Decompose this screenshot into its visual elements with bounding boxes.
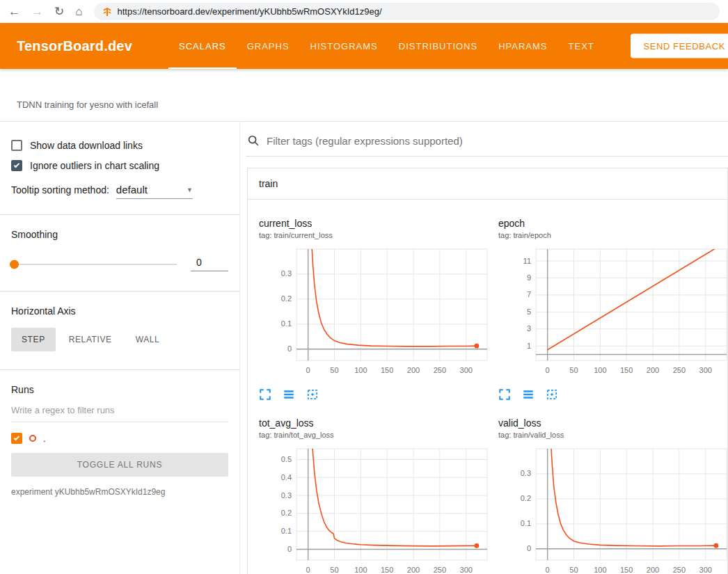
toggle-all-runs-button[interactable]: TOGGLE ALL RUNS xyxy=(11,453,228,477)
check-icon xyxy=(14,162,19,168)
forward-icon[interactable]: → xyxy=(31,6,43,17)
ignore-outliers-checkbox[interactable] xyxy=(11,160,22,171)
svg-text:300: 300 xyxy=(460,366,473,374)
svg-text:0: 0 xyxy=(306,366,310,374)
check-icon xyxy=(14,435,19,440)
fit-domain-icon[interactable] xyxy=(546,388,558,401)
search-icon xyxy=(247,134,260,147)
svg-text:0.2: 0.2 xyxy=(521,494,531,502)
chart-tot-avg-loss[interactable]: 05010015020025030000.10.20.30.40.5 xyxy=(259,445,493,574)
main-panel: train current_loss tag: train/current_lo… xyxy=(240,122,728,574)
tensorboard-favicon xyxy=(102,7,112,17)
svg-text:0.2: 0.2 xyxy=(281,509,292,517)
smoothing-section: Smoothing 0 xyxy=(0,215,239,292)
svg-text:0.1: 0.1 xyxy=(281,527,292,535)
svg-text:200: 200 xyxy=(647,366,659,374)
address-bar[interactable]: https://tensorboard.dev/experiment/yKUbh… xyxy=(94,3,720,20)
train-section-card: train current_loss tag: train/current_lo… xyxy=(247,168,728,574)
svg-text:0.3: 0.3 xyxy=(281,491,292,500)
runs-table-icon[interactable] xyxy=(283,388,295,401)
smoothing-value-input[interactable]: 0 xyxy=(191,257,228,271)
axis-relative-button[interactable]: RELATIVE xyxy=(58,328,122,351)
chart-card-valid-loss: valid_loss tag: train/valid_loss 0501001… xyxy=(498,417,728,574)
chart-valid-loss[interactable]: 05010015020025030000.10.20.3 xyxy=(498,445,728,574)
runs-table-icon[interactable] xyxy=(522,388,535,401)
run-color-swatch xyxy=(29,435,36,442)
svg-text:150: 150 xyxy=(381,566,393,574)
experiment-id-text: experiment yKUbhb5wRmOSXYkId1z9eg xyxy=(11,487,228,497)
axis-step-button[interactable]: STEP xyxy=(11,328,56,351)
svg-text:150: 150 xyxy=(620,366,633,374)
charts-grid: current_loss tag: train/current_loss 050… xyxy=(248,200,727,574)
runs-filter-input[interactable] xyxy=(11,395,228,422)
chart-title: current_loss xyxy=(259,218,493,229)
home-icon[interactable]: ⌂ xyxy=(75,6,82,17)
show-download-links-row[interactable]: Show data download links xyxy=(11,140,228,151)
svg-text:300: 300 xyxy=(699,366,712,374)
ignore-outliers-row[interactable]: Ignore outliers in chart scaling xyxy=(11,160,228,171)
tooltip-sorting-row: Tooltip sorting method: default ▼ xyxy=(11,184,228,199)
svg-text:150: 150 xyxy=(620,566,633,574)
tab-distributions[interactable]: DISTRIBUTIONS xyxy=(388,23,488,69)
tab-hparams[interactable]: HPARAMS xyxy=(488,23,557,69)
chart-tag: tag: train/tot_avg_loss xyxy=(259,431,493,439)
smoothing-label: Smoothing xyxy=(11,229,228,240)
show-download-links-checkbox[interactable] xyxy=(11,140,22,151)
svg-text:200: 200 xyxy=(407,566,420,574)
svg-text:150: 150 xyxy=(381,366,393,374)
fit-domain-icon[interactable] xyxy=(306,388,319,401)
tab-graphs[interactable]: GRAPHS xyxy=(237,23,300,69)
chart-current-loss[interactable]: 05010015020025030000.10.20.3 xyxy=(259,245,493,384)
run-row[interactable]: . xyxy=(11,433,228,444)
back-icon[interactable]: ← xyxy=(8,6,20,17)
run-checkbox[interactable] xyxy=(11,433,22,444)
chart-title: epoch xyxy=(498,218,728,229)
chart-toolbar xyxy=(498,388,728,401)
chart-card-current-loss: current_loss tag: train/current_loss 050… xyxy=(259,218,493,401)
chart-epoch[interactable]: 0501001502002503001357911 xyxy=(498,245,728,384)
chart-card-tot-avg-loss: tot_avg_loss tag: train/tot_avg_loss 050… xyxy=(259,417,493,574)
experiment-title: TDNN training for yesno with icefall xyxy=(0,69,728,122)
svg-text:0.4: 0.4 xyxy=(281,473,292,481)
tab-histograms[interactable]: HISTOGRAMS xyxy=(300,23,388,69)
slider-thumb[interactable] xyxy=(10,260,19,269)
train-section-header[interactable]: train xyxy=(248,168,727,200)
svg-text:100: 100 xyxy=(594,366,606,374)
tag-filter-row xyxy=(246,127,728,157)
svg-text:0: 0 xyxy=(527,544,531,552)
runs-section: Runs . TOGGLE ALL RUNS experiment yKUbhb… xyxy=(0,370,239,512)
tag-filter-input[interactable] xyxy=(267,135,722,147)
tooltip-sorting-select[interactable]: default ▼ xyxy=(116,184,193,199)
svg-text:5: 5 xyxy=(527,308,531,316)
svg-text:0.1: 0.1 xyxy=(521,519,531,527)
general-settings-section: Show data download links Ignore outliers… xyxy=(0,140,239,215)
expand-chart-icon[interactable] xyxy=(259,388,271,401)
expand-chart-icon[interactable] xyxy=(498,388,511,401)
axis-wall-button[interactable]: WALL xyxy=(125,328,171,351)
app-root: ← → ↻ ⌂ https://tensorboard.dev/experime… xyxy=(0,0,728,574)
svg-text:250: 250 xyxy=(673,366,686,374)
svg-text:0.5: 0.5 xyxy=(281,455,292,463)
svg-text:250: 250 xyxy=(434,366,446,374)
svg-text:50: 50 xyxy=(330,566,338,574)
svg-text:300: 300 xyxy=(460,566,473,574)
svg-text:0: 0 xyxy=(546,566,550,574)
svg-text:0.3: 0.3 xyxy=(521,469,531,477)
tab-text[interactable]: TEXT xyxy=(558,23,605,69)
svg-text:100: 100 xyxy=(354,366,367,374)
svg-text:200: 200 xyxy=(647,566,659,574)
horizontal-axis-section: Horizontal Axis STEP RELATIVE WALL xyxy=(0,292,239,370)
svg-text:50: 50 xyxy=(569,566,578,574)
smoothing-slider[interactable] xyxy=(11,264,177,265)
chart-title: tot_avg_loss xyxy=(259,417,493,429)
svg-text:250: 250 xyxy=(434,566,446,574)
run-name: . xyxy=(43,433,46,444)
svg-text:0: 0 xyxy=(546,366,550,374)
svg-text:0: 0 xyxy=(306,566,310,574)
reload-icon[interactable]: ↻ xyxy=(54,6,64,17)
svg-text:1: 1 xyxy=(527,342,531,350)
tab-scalars[interactable]: SCALARS xyxy=(168,23,237,69)
chart-tag: tag: train/epoch xyxy=(498,231,728,239)
horizontal-axis-buttons: STEP RELATIVE WALL xyxy=(11,328,228,351)
send-feedback-button[interactable]: SEND FEEDBACK xyxy=(631,34,728,58)
